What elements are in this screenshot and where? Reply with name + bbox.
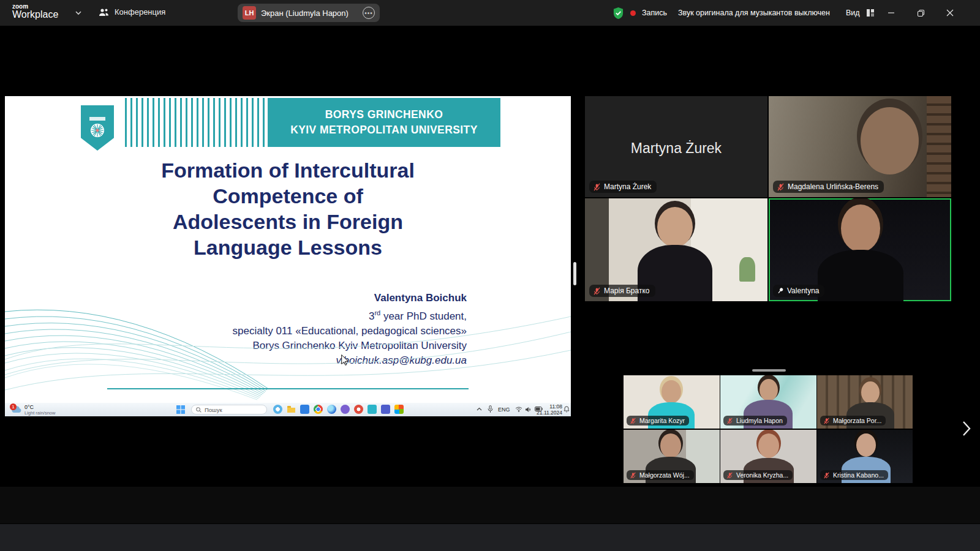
windows-taskbar: 2024 Вхідні (1 385) - m.koz... Zoom Work… — [0, 524, 980, 551]
close-button[interactable] — [936, 0, 964, 26]
mic-muted-icon — [630, 418, 636, 424]
pin-icon — [777, 287, 784, 294]
video-tile-margarita[interactable]: Margarita Kozyr — [624, 375, 720, 429]
pinned-edge-icon[interactable] — [327, 405, 336, 414]
participants-icon — [98, 8, 110, 17]
video-tile-kristina[interactable]: Kristina Kabano... — [817, 430, 913, 483]
name-label: Magdalena Urlińska-Berens — [773, 181, 884, 193]
name-label: Valentyna — [773, 285, 824, 297]
pinned-app-icon-1[interactable] — [273, 405, 282, 414]
pinned-app-icon-5[interactable] — [368, 405, 377, 414]
minimize-button[interactable] — [877, 0, 905, 26]
tray-chevron-up-icon[interactable] — [477, 407, 482, 411]
security-shield-icon[interactable] — [612, 7, 624, 20]
zoom-meeting-window: zoom Workplace Конференция LH Экран (Liu… — [0, 0, 980, 551]
video-tile-malgorzata-woj[interactable]: Małgorzata Wój... — [624, 430, 720, 483]
view-label[interactable]: Вид — [846, 9, 860, 17]
video-tile-mariia[interactable]: Марія Братко — [585, 198, 767, 301]
slide-title: Formation of Intercultural Competence of… — [5, 157, 571, 260]
tile-center-name: Martyna Żurek — [585, 140, 767, 157]
participant-video-torso — [818, 250, 903, 301]
video-tile-malgorzata-por[interactable]: Małgorzata Por... — [817, 375, 913, 429]
start-button-icon[interactable] — [176, 405, 185, 414]
original-sound-status: Звук оригинала для музыкантов выключен — [678, 9, 830, 17]
pinned-app-icon-2[interactable] — [300, 405, 309, 414]
video-tile-liudmyla[interactable]: Liudmyla Hapon — [720, 375, 816, 429]
participant-video-figure — [856, 433, 876, 457]
university-banner: BORYS GRINCHENKO KYIV METROPOLITAN UNIVE… — [268, 98, 500, 147]
video-tile-valentyna[interactable]: Valentyna — [769, 198, 951, 301]
participant-video-figure — [660, 433, 681, 458]
restore-button[interactable] — [907, 0, 935, 26]
pinned-app-icon-3[interactable] — [341, 405, 350, 414]
pinned-folder-icon[interactable] — [287, 405, 296, 413]
mic-muted-icon — [593, 183, 601, 191]
pinned-teams-icon[interactable] — [381, 405, 390, 414]
mic-muted-icon — [823, 472, 830, 479]
name-label: Марія Братко — [589, 285, 655, 297]
participant-video-figure — [861, 381, 880, 403]
search-placeholder: Пошук — [205, 407, 222, 413]
weather-desc[interactable]: Light rain/snow — [24, 410, 55, 416]
plant-background — [739, 257, 755, 282]
slide-stripes-decoration — [125, 98, 268, 147]
pinned-chrome-icon[interactable] — [314, 405, 323, 414]
tab-more-icon[interactable]: ••• — [363, 7, 375, 19]
tray-date: 21.11.2024 — [537, 410, 562, 416]
mic-muted-icon — [726, 418, 733, 424]
view-grid-icon[interactable] — [866, 9, 875, 17]
slide-title-line3: Adolescents in Foreign — [5, 209, 571, 234]
video-tile-magdalena[interactable]: Magdalena Urlińska-Berens — [769, 96, 951, 197]
mic-muted-icon — [593, 287, 601, 295]
panel-resize-handle[interactable] — [573, 262, 576, 285]
participant-video-figure — [662, 380, 681, 403]
tray-time: 11:08 — [537, 403, 562, 410]
weather-alert-badge: 1 — [10, 403, 17, 410]
tray-clock[interactable]: 11:08 21.11.2024 — [537, 403, 562, 416]
slide-wave-decoration — [5, 292, 571, 403]
next-page-chevron-icon[interactable] — [962, 420, 971, 437]
pinned-office-icon[interactable] — [394, 405, 404, 414]
mic-muted-icon — [630, 472, 636, 479]
name-label: Martyna Żurek — [589, 181, 657, 193]
banner-line2: KYIV METROPOLITAN UNIVERSITY — [290, 124, 477, 137]
slide-title-line4: Language Lessons — [5, 234, 571, 260]
slide-title-line2: Competence of — [5, 183, 571, 209]
bookshelf-background — [927, 96, 951, 197]
mic-muted-icon — [726, 472, 733, 479]
slide-title-line1: Formation of Intercultural — [5, 157, 571, 183]
mic-muted-icon — [823, 418, 830, 424]
tab-shared-screen[interactable]: LH Экран (Liudmyla Hapon) ••• — [238, 4, 380, 22]
weather-temp[interactable]: 0°C — [24, 404, 34, 410]
recording-dot-icon — [630, 10, 636, 16]
video-tile-martyna[interactable]: Martyna Żurek Martyna Żurek — [585, 96, 767, 197]
taskbar-search-input[interactable]: Пошук — [191, 405, 267, 414]
shared-screen-slide: BORYS GRINCHENKO KYIV METROPOLITAN UNIVE… — [5, 96, 571, 403]
tab-meeting[interactable]: Конференция — [98, 7, 165, 17]
tray-bell-icon[interactable] — [564, 406, 570, 413]
titlebar: zoom Workplace Конференция LH Экран (Liu… — [0, 0, 980, 26]
mouse-cursor — [341, 354, 349, 365]
meeting-toolbar: Звук Видео 32 Участники 1 Чат Отреаг — [0, 487, 980, 523]
share-tab-avatar: LH — [243, 6, 256, 20]
search-icon — [196, 407, 202, 413]
tray-speaker-icon[interactable] — [525, 407, 532, 413]
participant-video-figure — [760, 379, 778, 401]
participant-video-figure — [657, 207, 693, 247]
university-crest-logo — [81, 105, 114, 151]
tray-mic-icon[interactable] — [488, 405, 493, 413]
titlebar-status: Запись Звук оригинала для музыкантов вык… — [612, 0, 875, 26]
recording-label: Запись — [642, 9, 667, 17]
participant-video-figure — [758, 433, 779, 458]
banner-line1: BORYS GRINCHENKO — [325, 108, 443, 121]
tray-wifi-icon[interactable] — [515, 407, 522, 412]
video-tile-veronika[interactable]: Veronika Kryzha... — [720, 430, 816, 483]
tab-meeting-label: Конференция — [115, 7, 165, 17]
mic-muted-icon — [777, 183, 785, 191]
participant-video-figure — [861, 107, 919, 174]
shared-screen-taskbar: 1 0°C Light rain/snow Пошук ENG — [5, 403, 571, 416]
pinned-app-icon-4[interactable] — [354, 405, 363, 414]
gallery-drag-handle[interactable] — [752, 369, 786, 372]
tray-language[interactable]: ENG — [498, 407, 510, 413]
workspace-chevron-down-icon[interactable] — [75, 10, 82, 15]
